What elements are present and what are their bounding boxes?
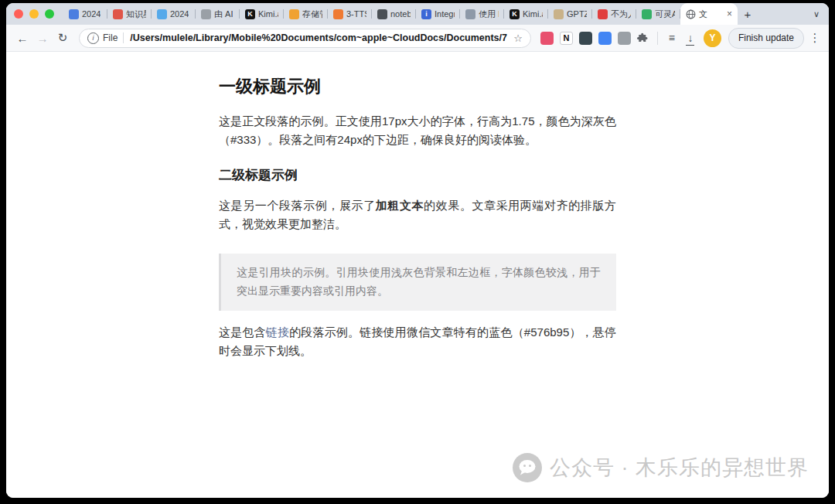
paragraph-1: 这是正文段落的示例。正文使用17px大小的字体，行高为1.75，颜色为深灰色（#… xyxy=(219,112,616,149)
tab-active[interactable]: 文 × xyxy=(680,3,738,25)
inline-link[interactable]: 链接 xyxy=(266,325,289,339)
paragraph-2: 这是另一个段落示例，展示了加粗文本的效果。文章采用两端对齐的排版方式，视觉效果更… xyxy=(219,196,616,233)
paragraph-3-text: 这是包含 xyxy=(219,325,266,339)
bold-text: 加粗文本 xyxy=(376,199,424,212)
extension-icon-3[interactable] xyxy=(598,32,612,45)
browser-window: 2024 知识星 2024 由 AI K Kimi.a 存储管 xyxy=(6,3,829,498)
page-content: 一级标题示例 这是正文段落的示例。正文使用17px大小的字体，行高为1.75，颜… xyxy=(6,52,829,498)
url-text[interactable]: /Users/mulele/Library/Mobile%20Documents… xyxy=(130,32,507,45)
tab-8[interactable]: noteb xyxy=(372,3,416,25)
extension-icon-4[interactable] xyxy=(618,32,631,45)
tab-label: 3-TTS xyxy=(346,9,366,19)
minimize-window-button[interactable] xyxy=(29,9,39,19)
browser-menu-icon[interactable]: ⋮ xyxy=(807,31,823,45)
favicon xyxy=(333,9,343,19)
new-tab-button[interactable]: + xyxy=(738,3,758,25)
tab-label: 可灵A xyxy=(655,9,675,20)
tab-2[interactable]: 知识星 xyxy=(107,3,152,25)
close-tab-icon[interactable]: × xyxy=(727,9,732,19)
zoom-window-button[interactable] xyxy=(45,9,54,19)
favicon xyxy=(465,9,475,19)
tab-list-icon[interactable]: ≡ xyxy=(663,29,681,47)
favicon xyxy=(289,9,299,19)
file-scheme-chip: File xyxy=(103,32,118,43)
extension-icon-2[interactable] xyxy=(579,32,592,45)
finish-update-button[interactable]: Finish update xyxy=(728,28,804,49)
tab-5[interactable]: K Kimi.a xyxy=(240,3,284,25)
tab-label: 由 AI xyxy=(214,9,233,20)
favicon xyxy=(554,9,564,19)
tab-label: 存储管 xyxy=(302,9,322,20)
blockquote: 这是引用块的示例。引用块使用浅灰色背景和左边框，字体颜色较浅，用于突出显示重要内… xyxy=(219,254,616,311)
tab-label: Kimi.a xyxy=(258,9,278,19)
traffic-lights xyxy=(14,9,54,19)
page-info-icon[interactable]: i xyxy=(87,32,99,44)
extensions-puzzle-icon[interactable] xyxy=(634,29,653,47)
tab-label: 2024 xyxy=(82,9,101,19)
tab-label: 知识星 xyxy=(126,9,146,20)
tab-13[interactable]: 不为人 xyxy=(592,3,636,25)
tab-14[interactable]: 可灵A xyxy=(636,3,680,25)
tab-label: Kimi.a xyxy=(523,9,543,19)
tab-12[interactable]: GPTZ xyxy=(548,3,592,25)
browser-toolbar: ← → ↻ i File /Users/mulele/Library/Mobil… xyxy=(6,25,829,52)
tab-strip: 2024 知识星 2024 由 AI K Kimi.a 存储管 xyxy=(6,3,829,25)
watermark: 公众号 · 木乐乐的异想世界 xyxy=(513,453,809,482)
heading-2: 二级标题示例 xyxy=(219,166,616,184)
tab-label: 使用 P xyxy=(479,9,499,20)
tab-3[interactable]: 2024 xyxy=(152,3,196,25)
tab-11[interactable]: K Kimi.a xyxy=(504,3,548,25)
favicon xyxy=(157,9,167,19)
tab-label: 文 xyxy=(699,9,707,20)
forward-button[interactable]: → xyxy=(32,28,53,48)
tab-search-chevron[interactable]: ∨ xyxy=(813,3,820,25)
tab-label: noteb xyxy=(390,9,411,19)
tab-label: Integr xyxy=(435,9,455,19)
tab-9[interactable]: i Integr xyxy=(416,3,460,25)
watermark-text: 公众号 · 木乐乐的异想世界 xyxy=(550,454,809,482)
close-window-button[interactable] xyxy=(14,9,23,19)
wechat-icon xyxy=(513,453,542,482)
tab-label: 2024 xyxy=(170,9,189,19)
tab-6[interactable]: 存储管 xyxy=(284,3,328,25)
favicon xyxy=(598,9,608,19)
tab-1[interactable]: 2024 xyxy=(63,3,107,25)
tab-label: GPTZ xyxy=(567,9,587,19)
back-button[interactable]: ← xyxy=(12,28,32,48)
favicon: i xyxy=(421,9,431,19)
favicon xyxy=(642,9,652,19)
paragraph-3: 这是包含链接的段落示例。链接使用微信文章特有的蓝色（#576b95），悬停时会显… xyxy=(219,323,616,360)
paragraph-2-text: 这是另一个段落示例，展示了 xyxy=(219,199,376,212)
download-icon[interactable]: ↓ xyxy=(681,29,700,47)
kimi-favicon: K xyxy=(510,9,520,19)
profile-avatar[interactable]: Y xyxy=(704,29,721,47)
notion-extension-icon[interactable]: N xyxy=(560,32,573,45)
extension-icon-1[interactable] xyxy=(540,32,554,45)
chip-divider xyxy=(123,32,124,43)
favicon xyxy=(113,9,123,19)
tab-label: 不为人 xyxy=(611,9,631,20)
kimi-favicon: K xyxy=(245,9,255,19)
globe-icon xyxy=(686,9,696,19)
tabs: 2024 知识星 2024 由 AI K Kimi.a 存储管 xyxy=(63,3,758,25)
tab-10[interactable]: 使用 P xyxy=(460,3,504,25)
favicon xyxy=(201,9,211,19)
favicon xyxy=(69,9,79,19)
tab-4[interactable]: 由 AI xyxy=(196,3,240,25)
document-body: 一级标题示例 这是正文段落的示例。正文使用17px大小的字体，行高为1.75，颜… xyxy=(219,52,616,360)
favicon xyxy=(377,9,387,19)
tab-7[interactable]: 3-TTS xyxy=(328,3,372,25)
toolbar-divider xyxy=(657,32,658,45)
heading-1: 一级标题示例 xyxy=(219,75,616,98)
bookmark-star-icon[interactable]: ☆ xyxy=(513,32,523,44)
address-bar[interactable]: i File /Users/mulele/Library/Mobile%20Do… xyxy=(79,29,531,48)
reload-button[interactable]: ↻ xyxy=(53,28,73,48)
